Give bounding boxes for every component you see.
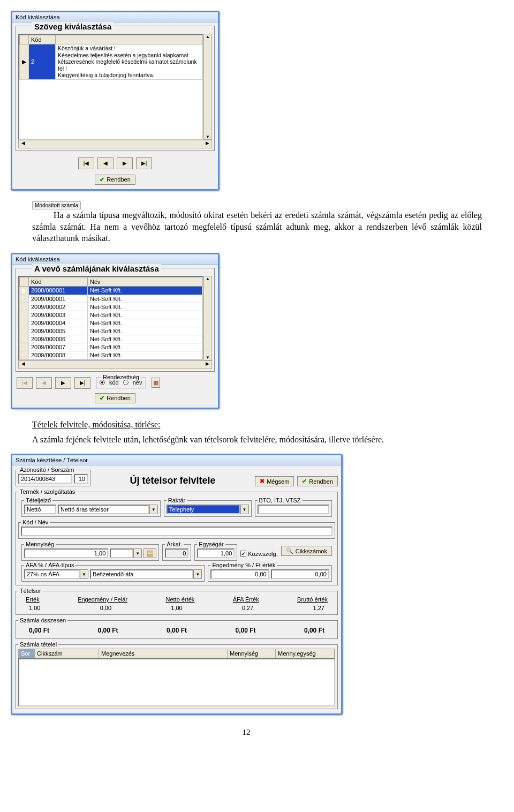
tetelei-label: Számla tételei (18, 641, 58, 648)
col-nev: Név (88, 277, 202, 286)
col-text (56, 35, 202, 44)
azon-label: Azonosító / Sorszám (18, 467, 76, 473)
cancel-button[interactable]: ✖ Mégsem (255, 476, 294, 486)
raktar-dropdown[interactable]: Telephely▼ (167, 505, 249, 514)
cell-kod[interactable]: 2009/000008 (29, 351, 88, 359)
titlebar: Kód kiválasztása (12, 12, 218, 22)
nav-first-icon[interactable]: |◀ (78, 157, 94, 169)
col-ertek: Érték (26, 596, 40, 603)
window-title: Kód kiválasztása (16, 256, 60, 262)
radio-kod[interactable] (100, 380, 105, 385)
cell-nev[interactable]: Net-Soft Kft. (88, 343, 202, 351)
tbl-col-sor: Sor (19, 649, 35, 658)
items-table-body[interactable] (18, 658, 335, 706)
bto-field[interactable] (258, 505, 330, 514)
kozv-checkbox[interactable]: ✔ (240, 551, 246, 557)
nav-first-icon[interactable]: |◀ (17, 377, 33, 389)
val-brutto: 1,27 (313, 605, 324, 611)
col-brutto: Bruttó érték (297, 596, 328, 603)
nav-prev-icon[interactable]: ◀ (97, 157, 114, 169)
egysegar-field[interactable]: 1,00 (197, 548, 235, 558)
cell-kod[interactable]: 2 (29, 44, 56, 80)
nav-prev-icon[interactable]: ◀ (36, 377, 52, 389)
ok-label: Rendben (107, 176, 131, 183)
cell-nev[interactable]: Net-Soft Kft. (88, 286, 202, 295)
scrollbar-horizontal[interactable]: ◀▶ (18, 140, 212, 148)
invoice-grid[interactable]: Kód Név ▶2008/000001Net-Soft Kft.2009/00… (19, 277, 202, 359)
row-pointer-icon (20, 295, 29, 303)
kodnev-label: Kód / Név (21, 519, 50, 525)
titlebar: Kód kiválasztása (12, 254, 218, 265)
sort-label: Rendezettség (101, 374, 141, 380)
cell-nev[interactable]: Net-Soft Kft. (88, 351, 202, 359)
panel-title: Szöveg kiválasztása (32, 22, 114, 31)
section-heading: Tételek felvitele, módosítása, törlése: (32, 420, 482, 430)
scrollbar-vertical[interactable]: ▲ ▼ (203, 34, 212, 140)
calc-button[interactable]: 🧮 (143, 548, 156, 558)
check-icon: ✔ (100, 395, 104, 402)
cikkszamok-button[interactable]: 🔍 Cikkszámok (281, 546, 332, 556)
afa-label: ÁFA % / ÁFA-típus (24, 562, 75, 568)
radio-nev[interactable] (123, 380, 128, 385)
search-icon: 🔍 (286, 547, 293, 554)
row-pointer-icon (20, 319, 29, 327)
paragraph-2: A számla fejének felvitele után, lehetős… (32, 434, 482, 446)
tbl-col-me: Menny.egység (276, 649, 335, 658)
window-title: Kód kiválasztása (16, 14, 60, 20)
sor-field[interactable]: 10 (74, 474, 88, 484)
azon-field[interactable]: 2014/000843 (18, 474, 72, 484)
scrollbar-vertical[interactable]: ▲ ▼ (203, 276, 212, 360)
cell-kod[interactable]: 2009/000007 (29, 343, 88, 351)
group-termek: Termék / szolgáltatás (18, 488, 77, 495)
cell-nev[interactable]: Net-Soft Kft. (88, 319, 202, 327)
tetelsor-label: Tételsor (18, 588, 43, 594)
tbl-col-megnev: Megnevezés (99, 649, 228, 658)
cell-kod[interactable]: 2009/000004 (29, 319, 88, 327)
dialog-heading: Új tételsor felvitele (94, 470, 252, 486)
row-pointer-icon (20, 343, 29, 351)
tot-5: 0,00 Ft (304, 627, 324, 634)
nav-next-icon[interactable]: ▶ (117, 157, 133, 169)
egysegar-label: Egységár (197, 541, 225, 547)
val-afa: 0,27 (242, 605, 253, 611)
nav-next-icon[interactable]: ▶ (55, 377, 71, 389)
cell-nev[interactable]: Net-Soft Kft. (88, 335, 202, 343)
cell-nev[interactable]: Net-Soft Kft. (88, 303, 202, 311)
scrollbar-horizontal[interactable]: ◀▶ (18, 360, 212, 369)
tjel2-dropdown[interactable]: Nettó áras tételsor▼ (58, 505, 158, 514)
ok-button[interactable]: ✔ Rendben (297, 476, 338, 486)
col-kod: Kód (29, 277, 88, 286)
cell-kod[interactable]: 2009/000001 (29, 295, 88, 303)
enged-pct-field[interactable]: 0,00 (210, 569, 269, 579)
val-ertek: 1,00 (29, 605, 40, 611)
tjel-label: Tételjelző (24, 497, 52, 503)
nav-last-icon[interactable]: ▶| (74, 377, 90, 389)
cell-kod[interactable]: 2009/000005 (29, 327, 88, 335)
cell-kod[interactable]: 2009/000003 (29, 311, 88, 319)
menny-unit-dropdown[interactable]: ▼ (110, 548, 142, 558)
cell-kod[interactable]: 2009/000006 (29, 335, 88, 343)
cell-nev[interactable]: Net-Soft Kft. (88, 295, 202, 303)
cell-kod[interactable]: 2008/000001 (29, 286, 88, 295)
cell-kod[interactable]: 2009/000002 (29, 303, 88, 311)
ok-button[interactable]: ✔ Rendben (95, 175, 135, 185)
cell-nev[interactable]: Net-Soft Kft. (88, 327, 202, 335)
cell-nev[interactable]: Net-Soft Kft. (88, 311, 202, 319)
nav-last-icon[interactable]: ▶| (136, 157, 152, 169)
menny-field[interactable]: 1,00 (24, 548, 108, 558)
nav-bar: |◀ ◀ ▶ ▶| (12, 154, 218, 172)
raktar-label: Raktár (167, 497, 187, 503)
kodnev-field[interactable] (21, 527, 332, 536)
tot-3: 0,00 Ft (167, 627, 187, 634)
cross-icon: ✖ (260, 478, 264, 485)
ok-button[interactable]: ✔ Rendben (95, 393, 135, 403)
code-grid[interactable]: Kód ▶ 2 Köszönjük a vásárlást ! Késedelm… (19, 35, 202, 80)
col-afa: ÁFA Érték (233, 596, 259, 603)
tjel-field[interactable]: Nettó (24, 505, 56, 514)
afa2-dropdown[interactable]: Befizetendő áfa▼ (90, 569, 202, 579)
enged-ft-field[interactable]: 0,00 (271, 569, 329, 579)
afa-dropdown[interactable]: 27%-os ÁFA▼ (24, 569, 88, 579)
bto-label: BTO, ITJ, VTSZ (258, 497, 303, 503)
cell-text[interactable]: Köszönjük a vásárlást ! Késedelmes telje… (56, 44, 202, 80)
tool-button[interactable]: ▦ (152, 378, 160, 388)
